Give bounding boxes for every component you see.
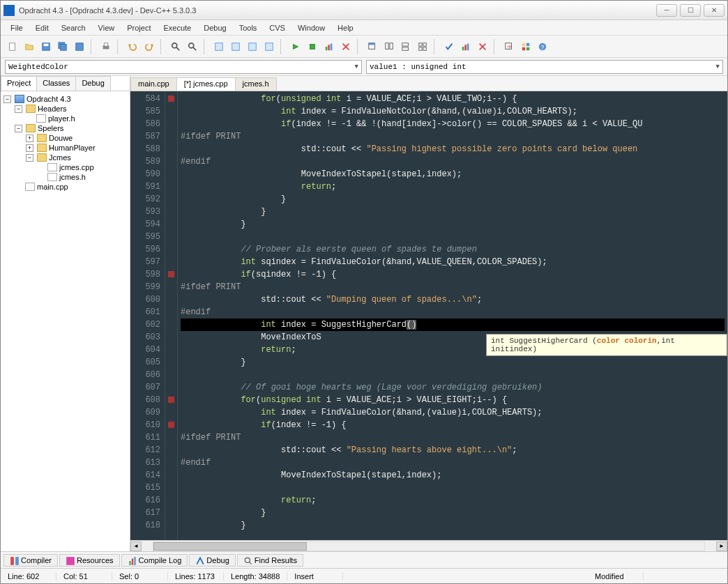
scroll-thumb[interactable]: [153, 542, 307, 551]
tile-horiz-icon[interactable]: [381, 39, 397, 54]
replace-icon[interactable]: [185, 39, 200, 54]
status-insert: Insert: [287, 572, 343, 581]
code-editor[interactable]: 5845855865875885895905915925935945955965…: [130, 91, 727, 540]
svg-line-47: [249, 562, 252, 564]
menu-tools[interactable]: Tools: [234, 22, 263, 34]
svg-rect-2: [44, 43, 49, 46]
tree-file-player-h[interactable]: player.h: [3, 114, 127, 123]
check-icon[interactable]: [441, 39, 457, 54]
main-window: Opdracht 4.3 - [Opdracht 4.3.dev] - Dev-…: [0, 0, 728, 584]
tree-folder-headers[interactable]: −Headers: [3, 104, 127, 114]
member-combo[interactable]: value1 : unsigned int▼: [366, 60, 723, 74]
close-button[interactable]: ✕: [704, 4, 725, 17]
help-toolbar-icon[interactable]: ?: [535, 39, 550, 54]
bottom-tab-find-results[interactable]: Find Results: [237, 554, 303, 567]
menu-edit[interactable]: Edit: [30, 22, 54, 34]
tile-vert-icon[interactable]: [398, 39, 414, 54]
minimize-button[interactable]: ─: [656, 4, 677, 17]
sidebar-tab-project[interactable]: Project: [1, 76, 37, 91]
goto-icon[interactable]: [501, 39, 517, 54]
tree-label: Jcmes: [49, 153, 71, 162]
menu-execute[interactable]: Execute: [158, 22, 197, 34]
run-icon[interactable]: [228, 39, 243, 54]
tree-expand-icon[interactable]: +: [26, 144, 33, 152]
redo-icon[interactable]: [142, 39, 157, 54]
horizontal-scrollbar[interactable]: ◄ ►: [130, 540, 727, 551]
open-icon[interactable]: [22, 39, 37, 54]
resources-icon: [66, 556, 74, 564]
rebuild-icon[interactable]: [261, 39, 277, 54]
tree-file-jcmes-cpp[interactable]: jcmes.cpp: [3, 162, 127, 172]
chevron-down-icon: ▼: [716, 63, 720, 70]
sidebar-tab-classes[interactable]: Classes: [36, 76, 76, 91]
undo-icon[interactable]: [125, 39, 140, 54]
bottom-tab-debug[interactable]: Debug: [189, 554, 235, 567]
bottom-tab-resources[interactable]: Resources: [59, 554, 120, 567]
file-icon: [47, 173, 57, 181]
tree-collapse-icon[interactable]: −: [26, 154, 33, 162]
log-icon: [128, 556, 136, 564]
file-icon: [36, 114, 46, 123]
folder-icon: [37, 144, 47, 152]
tree-folder-jcmes[interactable]: −Jcmes: [3, 153, 127, 162]
editor-tab-jcmes-h[interactable]: jcmes.h: [235, 77, 277, 91]
tab-label: Find Results: [255, 556, 297, 564]
abort-icon[interactable]: [475, 39, 490, 54]
bottom-tab-compile-log[interactable]: Compile Log: [121, 554, 188, 567]
tree-expand-icon[interactable]: +: [26, 135, 33, 142]
tree-root[interactable]: −Opdracht 4.3: [3, 94, 127, 104]
save-all-icon[interactable]: [55, 39, 70, 54]
tab-label: Resources: [77, 556, 114, 564]
tree-label: Headers: [38, 105, 67, 113]
scroll-right-icon[interactable]: ►: [716, 541, 727, 551]
tree-file-main-cpp[interactable]: main.cpp: [3, 182, 127, 192]
save-as-icon[interactable]: [72, 39, 87, 54]
menu-view[interactable]: View: [93, 22, 121, 34]
sidebar-tab-debug[interactable]: Debug: [75, 76, 110, 91]
menu-project[interactable]: Project: [121, 22, 156, 34]
menu-file[interactable]: File: [5, 22, 29, 34]
file-icon: [47, 163, 57, 171]
class-combo[interactable]: WeightedColor▼: [5, 60, 362, 74]
fold-column[interactable]: [165, 91, 178, 540]
tile-grid-icon[interactable]: [415, 39, 430, 54]
stats-icon[interactable]: [458, 39, 473, 54]
titlebar[interactable]: Opdracht 4.3 - [Opdracht 4.3.dev] - Dev-…: [1, 1, 727, 20]
new-file-icon[interactable]: [5, 39, 20, 54]
debug-icon[interactable]: [288, 39, 303, 54]
code-content[interactable]: for(unsigned int i = VALUE_ACE;i > VALUE…: [178, 91, 727, 540]
tree-collapse-icon[interactable]: −: [15, 125, 22, 132]
compile-icon[interactable]: [211, 39, 227, 54]
compile-run-icon[interactable]: [245, 39, 260, 54]
svg-rect-35: [526, 43, 529, 45]
svg-point-10: [189, 43, 194, 47]
options-icon[interactable]: [518, 39, 533, 54]
editor-tab-jcmes-cpp[interactable]: [*] jcmes.cpp: [176, 77, 236, 91]
tree-collapse-icon[interactable]: −: [15, 105, 22, 113]
tree-file-jcmes-h[interactable]: jcmes.h: [3, 172, 127, 182]
debug-tab-icon: [195, 556, 204, 564]
save-icon[interactable]: [38, 39, 54, 54]
tree-folder-douwe[interactable]: +Douwe: [3, 133, 127, 143]
delete-profile-icon[interactable]: [338, 39, 354, 54]
menu-debug[interactable]: Debug: [198, 22, 232, 34]
find-icon[interactable]: [168, 39, 183, 54]
scroll-left-icon[interactable]: ◄: [130, 541, 142, 551]
menu-cvs[interactable]: CVS: [264, 22, 291, 34]
maximize-button[interactable]: ☐: [680, 4, 701, 17]
scroll-track[interactable]: [153, 541, 705, 551]
svg-rect-31: [464, 45, 467, 50]
menu-search[interactable]: Search: [56, 22, 91, 34]
debug-stop-icon[interactable]: [305, 39, 320, 54]
tree-collapse-icon[interactable]: −: [3, 95, 11, 103]
new-window-icon[interactable]: [365, 39, 380, 54]
print-icon[interactable]: [98, 39, 114, 54]
tree-folder-humanplayer[interactable]: +HumanPlayer: [3, 143, 127, 153]
menu-window[interactable]: Window: [292, 22, 331, 34]
tree-folder-spelers[interactable]: −Spelers: [3, 123, 127, 133]
menu-help[interactable]: Help: [332, 22, 359, 34]
editor-tab-main[interactable]: main.cpp: [130, 77, 177, 91]
bottom-tab-compiler[interactable]: Compiler: [3, 554, 58, 567]
profile-icon[interactable]: [321, 39, 337, 54]
find-results-icon: [243, 556, 252, 564]
